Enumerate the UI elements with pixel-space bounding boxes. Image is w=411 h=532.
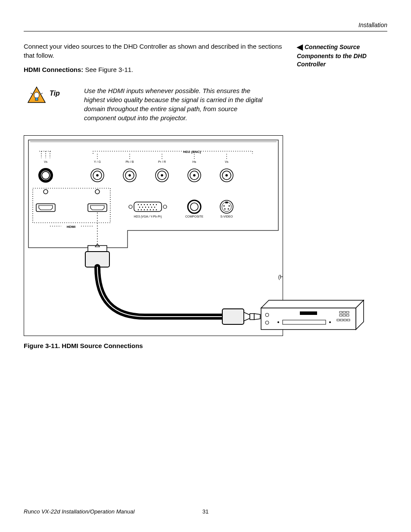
svg-point-33: [44, 190, 48, 194]
footer-page: 31: [24, 508, 387, 515]
svg-point-56: [147, 209, 148, 210]
svg-rect-77: [222, 309, 244, 324]
svg-point-1: [34, 92, 39, 98]
svg-rect-64: [225, 202, 228, 203]
svg-rect-2: [35, 98, 38, 100]
svg-rect-83: [261, 308, 356, 330]
subhead: HDMI Connections: See Figure 3-11.: [24, 66, 284, 73]
bnc-label-3: Pr / R: [158, 160, 166, 163]
svg-point-54: [141, 209, 142, 210]
svg-marker-81: [261, 300, 364, 308]
svg-point-42: [144, 204, 145, 205]
svg-point-47: [139, 207, 140, 208]
svg-point-59: [156, 209, 157, 210]
hdmi-port-1: [36, 204, 55, 212]
arrow-left-icon: ◀: [297, 43, 303, 51]
bnc-label-4: Hs: [193, 160, 196, 163]
intro-text: Connect your video sources to the DHD Co…: [24, 42, 284, 60]
svg-point-20: [97, 174, 98, 176]
subhead-bold: HDMI Connections:: [24, 66, 85, 73]
svg-point-38: [163, 205, 167, 208]
bnc-label-0: Vs: [44, 160, 48, 163]
tip-block: Tip Use the HDMI inputs whenever possibl…: [24, 86, 284, 122]
svg-point-55: [144, 209, 145, 210]
hdmi-source-device: [257, 295, 364, 347]
svg-point-88: [329, 321, 331, 323]
svg-point-43: [147, 204, 148, 205]
svg-point-66: [229, 205, 230, 207]
svg-point-52: [154, 207, 155, 208]
svg-point-57: [150, 209, 151, 210]
svg-rect-79: [250, 314, 254, 320]
rule: [24, 31, 387, 31]
svg-point-29: [193, 174, 195, 176]
svg-point-49: [145, 207, 146, 208]
tip-label: Tip: [50, 86, 75, 97]
svg-point-23: [129, 174, 131, 176]
row2-label-1: COMPOSITE: [185, 215, 203, 218]
margin-heading: ◀Connecting Source Components to the DHD…: [297, 42, 387, 68]
svg-marker-78: [244, 312, 250, 321]
svg-line-3: [31, 93, 32, 94]
svg-point-61: [190, 203, 198, 211]
svg-point-87: [277, 321, 279, 323]
svg-point-45: [153, 204, 154, 205]
source-sub1: (HD-DVD/BD/DVD Player or: [278, 274, 283, 280]
subhead-rest: See Figure 3-11.: [85, 66, 134, 73]
svg-point-41: [141, 204, 142, 205]
svg-point-12: [42, 171, 50, 179]
row2-label-0: HD3 (VGA / Y-Pb-Pr): [134, 215, 162, 218]
svg-point-60: [188, 200, 201, 213]
svg-point-63: [222, 202, 231, 212]
svg-point-46: [156, 204, 157, 205]
svg-rect-74: [88, 246, 107, 252]
connection-diagram: HD2 (BNC): [24, 135, 283, 336]
svg-point-44: [150, 204, 151, 205]
margin-heading-text: Connecting Source Components to the DHD …: [297, 44, 367, 68]
svg-point-26: [161, 174, 163, 176]
hdmi-box-label: HDMI: [67, 225, 75, 229]
hd2-label: HD2 (BNC): [184, 150, 201, 154]
svg-point-58: [153, 209, 154, 210]
svg-point-65: [224, 205, 225, 207]
tip-text: Use the HDMI inputs whenever possible. T…: [75, 86, 284, 122]
row2-label-2: S-VIDEO: [221, 215, 233, 218]
tip-icon: [24, 86, 50, 105]
svg-rect-89: [300, 311, 317, 315]
svg-point-37: [129, 205, 132, 208]
svg-point-40: [138, 204, 139, 205]
bnc-label-2: Pb / B: [125, 160, 134, 163]
bnc-label-1: Y / G: [94, 160, 101, 163]
svg-line-4: [41, 93, 43, 94]
section-header: Installation: [24, 22, 387, 28]
svg-point-51: [151, 207, 152, 208]
svg-point-67: [224, 208, 226, 210]
figure-caption: Figure 3-11. HDMI Source Connections: [24, 342, 284, 349]
hdmi-port-2: [88, 204, 107, 212]
svg-point-50: [148, 207, 149, 208]
svg-point-68: [228, 208, 229, 210]
svg-point-34: [95, 190, 100, 194]
svg-point-53: [138, 209, 139, 210]
svg-point-48: [142, 207, 143, 208]
svg-point-32: [226, 174, 227, 176]
bnc-label-5: Vs: [225, 160, 229, 163]
